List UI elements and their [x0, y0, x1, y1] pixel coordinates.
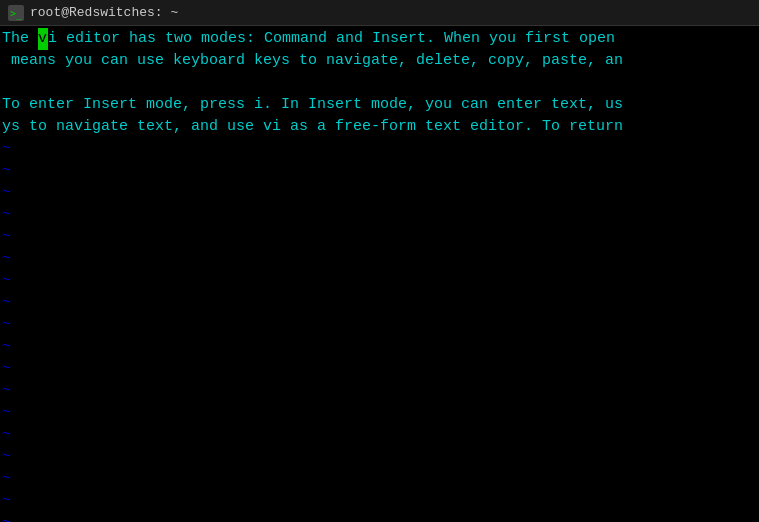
terminal-line-4: To enter Insert mode, press i. In Insert…	[0, 94, 759, 116]
terminal-line-2: means you can use keyboard keys to navig…	[0, 50, 759, 72]
title-bar: >_ root@Redswitches: ~	[0, 0, 759, 26]
line2-text: means you can use keyboard keys to navig…	[2, 52, 623, 69]
title-bar-label: root@Redswitches: ~	[30, 5, 178, 20]
line1-after-cursor: i editor has two modes: Command and Inse…	[48, 30, 615, 47]
terminal-line-3	[0, 72, 759, 94]
line5-text: ys to navigate text, and use vi as a fre…	[2, 118, 623, 135]
tilde-12: ~	[0, 380, 759, 402]
line1-before-cursor: The	[2, 30, 38, 47]
tilde-9: ~	[0, 314, 759, 336]
tilde-18: ~	[0, 512, 759, 522]
tilde-5: ~	[0, 226, 759, 248]
tilde-13: ~	[0, 402, 759, 424]
svg-text:>_: >_	[10, 8, 23, 20]
tilde-4: ~	[0, 204, 759, 226]
cursor: v	[38, 28, 48, 50]
tilde-11: ~	[0, 358, 759, 380]
tilde-1: ~	[0, 138, 759, 160]
terminal-body: The vi editor has two modes: Command and…	[0, 26, 759, 522]
tilde-10: ~	[0, 336, 759, 358]
tilde-15: ~	[0, 446, 759, 468]
terminal-line-5: ys to navigate text, and use vi as a fre…	[0, 116, 759, 138]
tilde-7: ~	[0, 270, 759, 292]
tilde-14: ~	[0, 424, 759, 446]
tilde-17: ~	[0, 490, 759, 512]
tilde-3: ~	[0, 182, 759, 204]
terminal-line-1: The vi editor has two modes: Command and…	[0, 28, 759, 50]
tilde-8: ~	[0, 292, 759, 314]
line4-text: To enter Insert mode, press i. In Insert…	[2, 96, 623, 113]
tilde-2: ~	[0, 160, 759, 182]
terminal-icon: >_	[8, 5, 24, 21]
tilde-16: ~	[0, 468, 759, 490]
tilde-6: ~	[0, 248, 759, 270]
